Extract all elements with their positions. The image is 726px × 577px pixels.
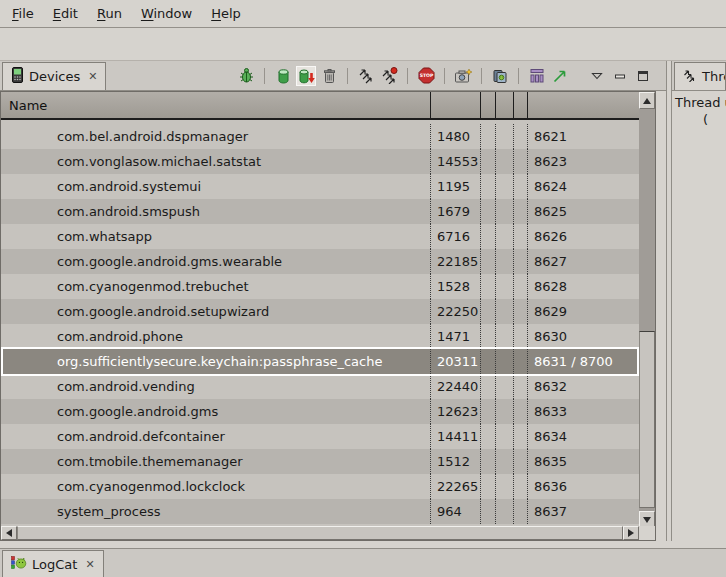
cell-pid: 1679 [430,199,480,224]
column-header-pid[interactable] [430,92,480,118]
cell-n3 [513,124,527,149]
start-method-profiling-icon[interactable] [380,67,398,85]
cell-port: 8635 [527,449,639,474]
cell-n1 [480,424,495,449]
column-header-heap[interactable] [495,92,513,118]
tab-logcat[interactable]: LogCat ✕ [2,550,104,577]
cell-port: 8626 [527,224,639,249]
cell-n3 [513,174,527,199]
cause-gc-icon[interactable] [320,67,338,85]
menu-file[interactable]: File [10,4,36,23]
table-row[interactable]: com.android.systemui11958624 [1,174,639,199]
scroll-left-button[interactable] [1,526,17,540]
cell-n2 [495,124,513,149]
cell-n3 [513,349,527,374]
menu-window[interactable]: Window [139,4,194,23]
devices-table: Name com.bel.android.dspmanager14808621c… [0,91,656,541]
table-row[interactable]: com.android.vending224408632 [1,374,639,399]
table-row[interactable]: com.android.phone14718630 [1,324,639,349]
workbench: Devices ✕ [0,61,726,541]
scrollbar-corner [639,526,655,540]
cell-pid: 6716 [430,224,480,249]
vertical-scroll-thumb[interactable] [639,331,655,508]
table-row[interactable]: com.cyanogenmod.lockclock222658636 [1,474,639,499]
table-row[interactable]: com.cyanogenmod.trebuchet15288628 [1,274,639,299]
table-row[interactable]: com.whatsapp67168626 [1,224,639,249]
cell-n3 [513,424,527,449]
table-row[interactable]: com.android.defcontainer144118634 [1,424,639,449]
cell-n3 [513,499,527,524]
menu-edit[interactable]: Edit [51,4,80,23]
table-row[interactable]: com.android.smspush16798625 [1,199,639,224]
scroll-up-button[interactable] [639,92,655,109]
cell-port: 8633 [527,399,639,424]
cell-pid: 22265 [430,474,480,499]
tab-devices[interactable]: Devices ✕ [2,62,106,90]
column-header-status[interactable] [513,92,527,118]
cell-port: 8621 [527,124,639,149]
cell-n1 [480,299,495,324]
cell-n2 [495,224,513,249]
cell-n2 [495,274,513,299]
column-header-thread[interactable] [480,92,495,118]
menu-run[interactable]: Run [95,4,124,23]
table-row[interactable]: com.google.android.setupwizard222508629 [1,299,639,324]
cell-port: 8631 / 8700 [527,349,639,374]
capture-device-screen-icon[interactable] [491,67,509,85]
cell-port: 8637 [527,499,639,524]
start-opengl-trace-icon[interactable] [551,67,569,85]
table-row[interactable]: com.google.android.gms126238633 [1,399,639,424]
devices-tabbar: Devices ✕ [0,61,666,91]
tab-threads[interactable]: Threads [674,62,726,90]
cell-n1 [480,249,495,274]
vertical-scrollbar[interactable] [639,92,655,528]
cell-pid: 1195 [430,174,480,199]
cell-n2 [495,249,513,274]
cell-n1 [480,274,495,299]
table-row[interactable]: org.sufficientlysecure.keychain:passphra… [1,349,639,374]
scroll-right-button[interactable] [623,526,639,540]
toolbar-separator [264,68,265,84]
minimize-icon[interactable] [611,67,629,85]
toolbar-separator [518,68,519,84]
menu-help[interactable]: Help [209,4,243,23]
dump-hprof-icon[interactable] [297,67,315,85]
logcat-icon [11,555,27,573]
dump-view-hierarchy-icon[interactable] [528,67,546,85]
stop-process-icon[interactable]: STOP [417,67,435,85]
cell-pid: 14411 [430,424,480,449]
cell-name: com.android.systemui [1,174,430,199]
cell-n1 [480,499,495,524]
cell-n2 [495,374,513,399]
close-icon[interactable]: ✕ [88,71,97,82]
cell-pid: 12623 [430,399,480,424]
cell-name: com.google.android.gms.wearable [1,249,430,274]
screen-capture-icon[interactable] [454,67,472,85]
close-icon[interactable]: ✕ [85,559,94,570]
cell-n2 [495,399,513,424]
maximize-icon[interactable] [634,67,652,85]
update-heap-icon[interactable] [274,67,292,85]
column-header-port[interactable] [527,92,639,118]
view-menu-icon[interactable] [588,67,606,85]
threads-icon [683,68,697,85]
cell-n2 [495,424,513,449]
horizontal-scroll-thumb[interactable] [17,526,623,540]
table-row[interactable]: com.bel.android.dspmanager14808621 [1,124,639,149]
bottom-sash[interactable] [0,541,726,548]
cell-port: 8636 [527,474,639,499]
up-arrow-icon [643,98,651,104]
cell-pid: 1528 [430,274,480,299]
cell-n3 [513,399,527,424]
table-row[interactable]: com.tmobile.thememanager15128635 [1,449,639,474]
threads-content: Thread up ( [672,91,726,541]
column-header-name[interactable]: Name [1,92,430,118]
horizontal-scrollbar[interactable] [1,526,639,540]
table-row[interactable]: com.google.android.gms.wearable221858627 [1,249,639,274]
cell-n1 [480,149,495,174]
table-row[interactable]: system_process9648637 [1,499,639,524]
update-threads-icon[interactable] [357,67,375,85]
table-header: Name [1,92,639,120]
table-row[interactable]: com.vonglasow.michael.satstat145538623 [1,149,639,174]
debug-process-icon[interactable] [237,67,255,85]
